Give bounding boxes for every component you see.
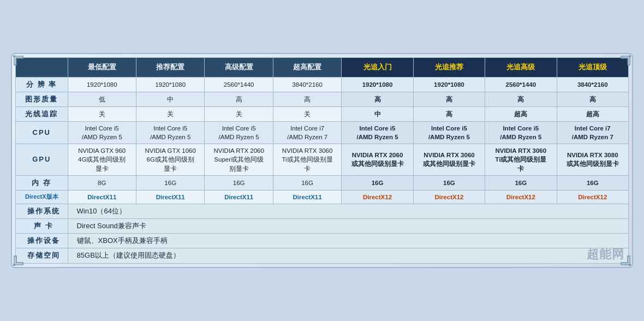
std-cell: DirectX11 — [273, 190, 341, 204]
std-cell: NVIDIA GTX 960 4G或其他同级别 显卡 — [68, 144, 136, 175]
rt-cell: 2560*1440 — [485, 77, 557, 92]
table-row: 操作设备键鼠、XBOX手柄及兼容手柄 — [16, 234, 629, 248]
rt-cell: DirectX12 — [557, 190, 628, 204]
row-fulltext: 键鼠、XBOX手柄及兼容手柄 — [68, 234, 628, 248]
std-cell: 1920*1080 — [68, 77, 136, 92]
svg-point-2 — [13, 264, 15, 266]
svg-point-0 — [13, 55, 15, 57]
std-cell: DirectX11 — [205, 190, 273, 204]
row-label: 声 卡 — [16, 219, 68, 234]
header-recommended: 推荐配置 — [136, 58, 205, 77]
std-cell: 2560*1440 — [205, 77, 273, 92]
std-cell: 关 — [205, 106, 273, 121]
table-row: 光线追踪关关关关中高超高超高 — [16, 106, 629, 121]
std-cell: 16G — [205, 175, 273, 190]
rt-cell: 中 — [342, 106, 413, 121]
std-cell: 关 — [273, 106, 341, 121]
row-fulltext: Direct Sound兼容声卡 — [68, 219, 628, 234]
header-row: 最低配置 推荐配置 高级配置 超高配置 光追入门 光追推荐 光追高级 光追顶级 — [16, 58, 629, 77]
header-ultra: 超高配置 — [273, 58, 341, 77]
table-row: GPUNVIDIA GTX 960 4G或其他同级别 显卡NVIDIA GTX … — [16, 144, 629, 175]
table-row: DirectX版本DirectX11DirectX11DirectX11Dire… — [16, 190, 629, 204]
rt-cell: 超高 — [485, 106, 557, 121]
std-cell: Intel Core i5 /AMD Ryzen 5 — [68, 122, 136, 144]
header-rt-recommended: 光追推荐 — [413, 58, 485, 77]
row-fulltext: Win10（64位） — [68, 204, 628, 218]
rt-cell: NVIDIA RTX 3060 Ti或其他同级别显 卡 — [485, 144, 557, 175]
rt-cell: DirectX12 — [342, 190, 413, 204]
row-label: 光线追踪 — [16, 106, 68, 121]
std-cell: 3840*2160 — [273, 77, 341, 92]
table-row: 图形质量低中高高高高高高 — [16, 92, 629, 106]
std-cell: NVIDIA RTX 3060 Ti或其他同级别显 卡 — [273, 144, 341, 175]
rt-cell: DirectX12 — [413, 190, 485, 204]
std-cell: DirectX11 — [136, 190, 205, 204]
table-row: 操作系统Win10（64位） — [16, 204, 629, 218]
table-row: 内 存8G16G16G16G16G16G16G16G — [16, 175, 629, 190]
std-cell: NVIDIA GTX 1060 6G或其他同级别 显卡 — [136, 144, 205, 175]
header-advanced: 高级配置 — [205, 58, 273, 77]
rt-cell: 16G — [557, 175, 628, 190]
row-label: 操作设备 — [16, 234, 68, 248]
rt-cell: Intel Core i5 /AMD Ryzen 5 — [413, 122, 485, 144]
std-cell: 低 — [68, 92, 136, 106]
std-cell: 16G — [273, 175, 341, 190]
std-cell: 中 — [136, 92, 205, 106]
row-label: GPU — [16, 144, 68, 175]
rt-cell: 高 — [557, 92, 628, 106]
rt-cell: Intel Core i5 /AMD Ryzen 5 — [485, 122, 557, 144]
table-body: 分 辨 率1920*10801920*10802560*14403840*216… — [16, 77, 629, 263]
std-cell: 高 — [273, 92, 341, 106]
std-cell: 8G — [68, 175, 136, 190]
table-row: 存储空间85GB以上（建议使用固态硬盘） — [16, 248, 629, 263]
rt-cell: 高 — [413, 106, 485, 121]
corner-decoration-br — [620, 255, 631, 266]
rt-cell: 超高 — [557, 106, 628, 121]
std-cell: DirectX11 — [68, 190, 136, 204]
row-label: 分 辨 率 — [16, 77, 68, 92]
std-cell: Intel Core i5 /AMD Ryzen 5 — [136, 122, 205, 144]
table-row: 分 辨 率1920*10801920*10802560*14403840*216… — [16, 77, 629, 92]
rt-cell: 1920*1080 — [342, 77, 413, 92]
rt-cell: 16G — [342, 175, 413, 190]
table-row: CPUIntel Core i5 /AMD Ryzen 5Intel Core … — [16, 122, 629, 144]
rt-cell: DirectX12 — [485, 190, 557, 204]
rt-cell: 16G — [413, 175, 485, 190]
row-fulltext: 85GB以上（建议使用固态硬盘） — [68, 248, 628, 263]
corner-decoration-tl — [13, 55, 24, 66]
std-cell: Intel Core i7 /AMD Ryzen 7 — [273, 122, 341, 144]
rt-cell: 高 — [342, 92, 413, 106]
rt-cell: Intel Core i5 /AMD Ryzen 5 — [342, 122, 413, 144]
rt-cell: Intel Core i7 /AMD Ryzen 7 — [557, 122, 628, 144]
rt-cell: 1920*1080 — [413, 77, 485, 92]
table-row: 声 卡Direct Sound兼容声卡 — [16, 219, 629, 234]
rt-cell: 16G — [485, 175, 557, 190]
header-rt-top: 光追顶级 — [557, 58, 628, 77]
rt-cell: 高 — [485, 92, 557, 106]
specs-table: 最低配置 推荐配置 高级配置 超高配置 光追入门 光追推荐 光追高级 光追顶级 … — [15, 57, 629, 263]
std-cell: NVIDIA RTX 2060 Super或其他同级 别显卡 — [205, 144, 273, 175]
std-cell: 关 — [136, 106, 205, 121]
header-rt-entry: 光追入门 — [342, 58, 413, 77]
std-cell: 高 — [205, 92, 273, 106]
header-rt-advanced: 光追高级 — [485, 58, 557, 77]
row-label: DirectX版本 — [16, 190, 68, 204]
rt-cell: NVIDIA RTX 2060 或其他同级别显卡 — [342, 144, 413, 175]
std-cell: 关 — [68, 106, 136, 121]
corner-decoration-tr — [620, 55, 631, 66]
svg-point-1 — [629, 55, 631, 57]
row-label: CPU — [16, 122, 68, 144]
corner-decoration-bl — [13, 255, 24, 266]
std-cell: Intel Core i5 /AMD Ryzen 5 — [205, 122, 273, 144]
rt-cell: 3840*2160 — [557, 77, 628, 92]
row-label: 内 存 — [16, 175, 68, 190]
rt-cell: NVIDIA RTX 3060 或其他同级别显卡 — [413, 144, 485, 175]
rt-cell: NVIDIA RTX 3080 或其他同级别显卡 — [557, 144, 628, 175]
std-cell: 1920*1080 — [136, 77, 205, 92]
svg-point-3 — [629, 264, 631, 266]
main-container: 最低配置 推荐配置 高级配置 超高配置 光追入门 光追推荐 光追高级 光追顶级 … — [11, 53, 633, 268]
row-label: 操作系统 — [16, 204, 68, 218]
row-label: 图形质量 — [16, 92, 68, 106]
header-min: 最低配置 — [68, 58, 136, 77]
std-cell: 16G — [136, 175, 205, 190]
